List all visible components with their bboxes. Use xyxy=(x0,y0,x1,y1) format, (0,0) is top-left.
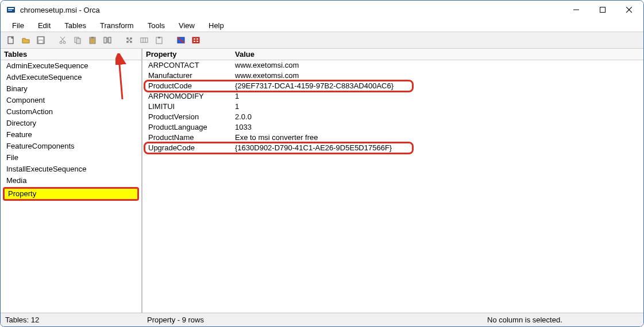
menu-tables[interactable]: Tables xyxy=(59,20,92,31)
tables-header[interactable]: Tables xyxy=(1,49,141,60)
new-file-icon[interactable] xyxy=(4,33,18,47)
svg-line-13 xyxy=(61,37,65,41)
status-row-count: Property - 9 rows xyxy=(142,316,483,324)
menu-bar: File Edit Tables Transform Tools View He… xyxy=(1,19,643,32)
transform-icon[interactable] xyxy=(122,33,136,47)
svg-rect-16 xyxy=(76,38,80,44)
status-column-selection: No column is selected. xyxy=(483,316,643,324)
cell-value[interactable]: www.exetomsi.com xyxy=(232,71,643,81)
table-row[interactable]: ARPCONTACTwww.exetomsi.com xyxy=(142,60,643,71)
table-item[interactable]: InstallExecuteSequence xyxy=(1,164,141,175)
cell-property[interactable]: ProductLanguage xyxy=(142,122,232,133)
cell-value[interactable]: 1 xyxy=(232,91,643,102)
table-row[interactable]: LIMITUI1 xyxy=(142,102,643,112)
svg-point-11 xyxy=(60,41,62,44)
svg-rect-4 xyxy=(600,7,606,13)
table-row[interactable]: ProductVersion2.0.0 xyxy=(142,112,643,122)
table-item[interactable]: AdvtExecuteSequence xyxy=(1,72,141,83)
table-item[interactable]: Component xyxy=(1,95,141,106)
status-tables-count: Tables: 12 xyxy=(1,316,142,324)
table-item[interactable]: Directory xyxy=(1,118,141,129)
copy-icon[interactable] xyxy=(71,33,84,47)
cell-property[interactable]: ProductName xyxy=(142,133,232,143)
maximize-button[interactable] xyxy=(589,1,616,18)
svg-line-14 xyxy=(60,37,64,41)
open-file-icon[interactable] xyxy=(19,33,33,47)
table-item[interactable]: Media xyxy=(1,175,141,186)
title-bar: chromesetup.msi - Orca xyxy=(1,1,643,19)
grid-rows[interactable]: ARPCONTACTwww.exetomsi.comManufacturerww… xyxy=(142,60,643,313)
table-item[interactable]: File xyxy=(1,152,141,164)
cell-property[interactable]: ARPNOMODIFY xyxy=(142,91,232,102)
content-area: Tables AdminExecuteSequenceAdvtExecuteSe… xyxy=(1,49,643,313)
menu-tools[interactable]: Tools xyxy=(142,20,171,31)
svg-rect-35 xyxy=(192,37,199,43)
cell-value[interactable]: 2.0.0 xyxy=(232,112,643,122)
grid-panel: Property Value ARPCONTACTwww.exetomsi.co… xyxy=(142,49,643,313)
status-bar: Tables: 12 Property - 9 rows No column i… xyxy=(1,313,643,326)
close-button[interactable] xyxy=(616,1,642,18)
minimize-button[interactable] xyxy=(563,1,589,18)
cell-property[interactable]: ARPCONTACT xyxy=(142,60,232,71)
table-item[interactable]: CustomAction xyxy=(1,106,141,118)
table-row[interactable]: ARPNOMODIFY1 xyxy=(142,91,643,102)
guid-icon[interactable] xyxy=(101,33,114,47)
app-icon xyxy=(6,5,16,14)
schema-icon[interactable] xyxy=(189,33,203,47)
cell-property[interactable]: ProductVersion xyxy=(142,112,232,122)
table-row[interactable]: Manufacturerwww.exetomsi.com xyxy=(142,71,643,81)
table-item[interactable]: Property xyxy=(3,187,139,201)
cell-property[interactable]: ProductCode xyxy=(142,81,232,91)
svg-rect-18 xyxy=(91,37,94,38)
svg-rect-38 xyxy=(194,41,195,42)
table-row[interactable]: ProductLanguage1033 xyxy=(142,122,643,133)
table-item[interactable]: Feature xyxy=(1,129,141,141)
table-add-icon[interactable] xyxy=(137,33,151,47)
table-row[interactable]: ProductCode{29EF7317-DCA1-4159-97B2-C883… xyxy=(142,81,643,91)
validate-icon[interactable] xyxy=(174,33,188,47)
svg-point-12 xyxy=(63,41,65,44)
cell-value[interactable]: {1630D902-D790-41C1-AE26-9D5E5D17566F} xyxy=(232,143,643,153)
menu-transform[interactable]: Transform xyxy=(94,20,140,31)
column-header-value[interactable]: Value xyxy=(232,49,643,60)
svg-rect-36 xyxy=(194,38,195,40)
tables-panel: Tables AdminExecuteSequenceAdvtExecuteSe… xyxy=(1,49,142,313)
table-item[interactable]: AdminExecuteSequence xyxy=(1,60,141,72)
save-file-icon[interactable] xyxy=(34,33,48,47)
cell-property[interactable]: UpgradeCode xyxy=(142,143,232,153)
cell-value[interactable]: 1033 xyxy=(232,122,643,133)
clipboard-icon[interactable] xyxy=(152,33,166,47)
svg-rect-9 xyxy=(38,37,43,40)
table-item[interactable]: Binary xyxy=(1,83,141,95)
cell-value[interactable]: Exe to msi converter free xyxy=(232,133,643,143)
window-title: chromesetup.msi - Orca xyxy=(20,6,100,14)
svg-rect-32 xyxy=(158,37,160,38)
menu-help[interactable]: Help xyxy=(203,20,230,31)
column-header-property[interactable]: Property xyxy=(142,49,232,60)
cell-property[interactable]: LIMITUI xyxy=(142,102,232,112)
grid-header: Property Value xyxy=(142,49,643,60)
toolbar xyxy=(1,32,643,49)
table-item[interactable]: FeatureComponents xyxy=(1,141,141,152)
menu-file[interactable]: File xyxy=(6,20,30,31)
menu-edit[interactable]: Edit xyxy=(32,20,56,31)
table-row[interactable]: ProductNameExe to msi converter free xyxy=(142,133,643,143)
cell-property[interactable]: Manufacturer xyxy=(142,71,232,81)
paste-icon[interactable] xyxy=(86,33,99,47)
cell-value[interactable]: {29EF7317-DCA1-4159-97B2-C883AD400AC6} xyxy=(232,81,643,91)
svg-rect-1 xyxy=(8,8,14,9)
svg-rect-10 xyxy=(39,41,43,43)
svg-rect-2 xyxy=(8,10,12,11)
svg-rect-19 xyxy=(104,37,106,43)
table-row[interactable]: UpgradeCode{1630D902-D790-41C1-AE26-9D5E… xyxy=(142,143,643,153)
svg-rect-20 xyxy=(109,37,111,43)
menu-view[interactable]: View xyxy=(173,20,200,31)
svg-rect-28 xyxy=(141,38,148,42)
svg-rect-37 xyxy=(196,38,198,40)
cell-value[interactable]: 1 xyxy=(232,102,643,112)
cell-value[interactable]: www.exetomsi.com xyxy=(232,60,643,71)
svg-rect-39 xyxy=(196,41,198,42)
cut-icon[interactable] xyxy=(56,33,70,47)
tables-list[interactable]: AdminExecuteSequenceAdvtExecuteSequenceB… xyxy=(1,60,141,313)
